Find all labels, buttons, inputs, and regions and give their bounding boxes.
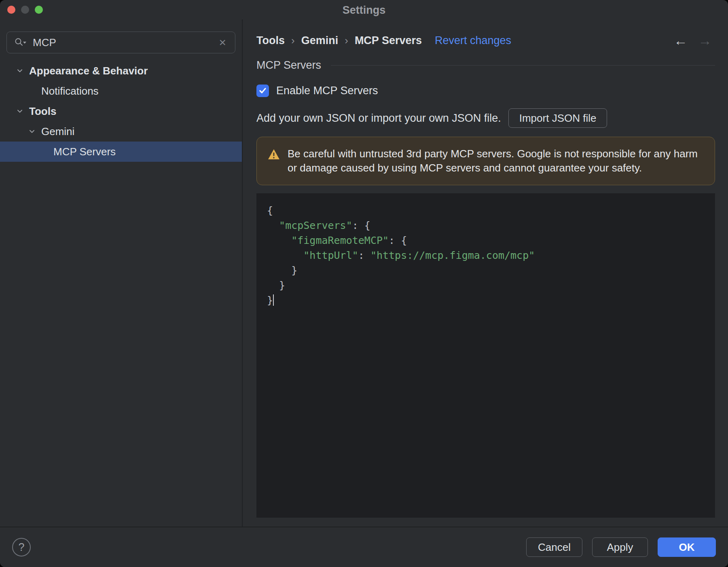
section-divider <box>331 65 715 66</box>
warning-triangle-icon <box>267 148 280 162</box>
code-line: "httpUrl": "https://mcp.figma.com/mcp" <box>267 248 705 263</box>
code-line: "mcpServers": { <box>267 218 705 233</box>
settings-window: Settings × Appearance & BehaviorNotifica… <box>0 0 728 567</box>
search-icon <box>14 37 27 48</box>
checkbox-checked-icon[interactable] <box>256 85 269 97</box>
enable-mcp-servers-label: Enable MCP Servers <box>276 85 378 97</box>
import-json-file-button[interactable]: Import JSON file <box>508 108 607 128</box>
sidebar-item-label: Appearance & Behavior <box>29 65 148 77</box>
code-line: } <box>267 278 705 293</box>
revert-changes-link[interactable]: Revert changes <box>435 34 511 47</box>
breadcrumb-separator-icon: › <box>290 34 296 47</box>
breadcrumb-item-gemini[interactable]: Gemini <box>301 34 339 47</box>
settings-body: × Appearance & BehaviorNotificationsTool… <box>0 19 728 527</box>
chevron-down-icon[interactable] <box>15 66 24 75</box>
sidebar-item-label: Tools <box>29 105 56 118</box>
breadcrumb-row: Tools›Gemini›MCP Servers Revert changes … <box>256 32 715 49</box>
code-line: "figmaRemoteMCP": { <box>267 233 705 248</box>
clear-search-icon[interactable]: × <box>217 36 228 49</box>
breadcrumb-item-tools[interactable]: Tools <box>256 34 285 47</box>
breadcrumb-item-mcp-servers[interactable]: MCP Servers <box>355 34 422 47</box>
sidebar-item-tools[interactable]: Tools <box>0 101 242 121</box>
chevron-down-icon[interactable] <box>28 127 36 136</box>
sidebar-item-gemini[interactable]: Gemini <box>0 121 242 142</box>
section-header: MCP Servers <box>256 59 715 72</box>
sidebar-item-label: Notifications <box>41 85 99 97</box>
sidebar-item-label: Gemini <box>41 125 74 138</box>
history-nav: ← → <box>674 34 715 47</box>
apply-button[interactable]: Apply <box>592 537 648 557</box>
ok-button[interactable]: OK <box>658 537 716 557</box>
footer-buttons: Cancel Apply OK <box>526 537 716 557</box>
cancel-button[interactable]: Cancel <box>526 537 582 557</box>
sidebar-item-appearance-behavior[interactable]: Appearance & Behavior <box>0 61 242 81</box>
forward-arrow-icon: → <box>698 34 712 47</box>
sidebar-item-mcp-servers[interactable]: MCP Servers <box>0 142 242 162</box>
sidebar-item-notifications[interactable]: Notifications <box>0 81 242 101</box>
settings-search-box[interactable]: × <box>6 32 235 53</box>
warning-text: Be careful with untrusted 3rd party MCP … <box>288 147 704 175</box>
breadcrumb-separator-icon: › <box>344 34 349 47</box>
search-input[interactable] <box>33 36 212 49</box>
json-config-editor[interactable]: { "mcpServers": { "figmaRemoteMCP": { "h… <box>256 193 715 518</box>
settings-tree: Appearance & BehaviorNotificationsToolsG… <box>0 61 242 162</box>
question-mark-icon: ? <box>18 541 24 554</box>
import-hint-text: Add your own JSON or import your own JSO… <box>256 112 501 125</box>
warning-banner: Be careful with untrusted 3rd party MCP … <box>256 137 715 185</box>
dialog-footer: ? Cancel Apply OK <box>0 527 728 567</box>
settings-sidebar: × Appearance & BehaviorNotificationsTool… <box>0 19 243 527</box>
window-title: Settings <box>0 4 728 17</box>
import-row: Add your own JSON or import your own JSO… <box>256 108 715 128</box>
chevron-down-icon[interactable] <box>15 107 24 116</box>
sidebar-item-label: MCP Servers <box>53 146 116 158</box>
enable-mcp-servers-checkbox[interactable]: Enable MCP Servers <box>256 85 715 97</box>
breadcrumb: Tools›Gemini›MCP Servers <box>256 34 422 47</box>
code-line: { <box>267 203 705 218</box>
section-title: MCP Servers <box>256 59 321 72</box>
back-arrow-icon[interactable]: ← <box>674 34 688 47</box>
code-line: } <box>267 263 705 278</box>
code-line: } <box>267 293 705 308</box>
text-cursor <box>273 294 274 306</box>
help-button[interactable]: ? <box>12 538 31 556</box>
settings-content: Tools›Gemini›MCP Servers Revert changes … <box>243 19 728 527</box>
title-bar: Settings <box>0 0 728 19</box>
